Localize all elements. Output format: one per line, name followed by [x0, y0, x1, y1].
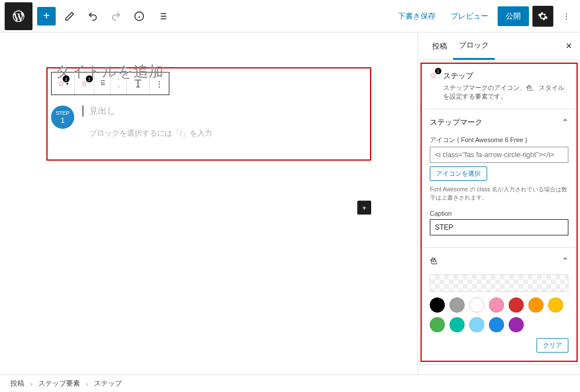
step-badge-label: STEP — [56, 110, 70, 116]
step-heading-placeholder[interactable]: 見出し — [82, 106, 367, 117]
step-badge-number: 1 — [60, 116, 64, 125]
sidebar-highlighted-region: ☆ ステップ ステップマークのアイコン、色、スタイルを設定する要素です。 ステッ… — [420, 63, 578, 362]
editor-topbar: + 下書き保存 プレビュー 公開 ⋮ — [0, 0, 580, 32]
preview-button[interactable]: プレビュー — [445, 8, 494, 25]
clear-color-button[interactable]: クリア — [536, 338, 568, 353]
publish-button[interactable]: 公開 — [498, 6, 529, 26]
editor-canvas: タイトルを追加 ☆▾ ☆ ⠿ ⌃⌄ ⋮ STEP 1 見出し ブロックを選択する… — [0, 32, 418, 375]
color-preview-transparent[interactable] — [430, 274, 568, 292]
color-swatch[interactable] — [509, 297, 524, 313]
undo-button[interactable] — [84, 7, 102, 26]
save-draft-button[interactable]: 下書き保存 — [392, 8, 441, 25]
drag-handle[interactable]: ⠿ — [95, 72, 111, 95]
block-name-label: ステップ — [443, 71, 568, 81]
icon-help-text: Font Awesome の class 名が入力されている場合は数字は上書きさ… — [430, 186, 568, 202]
select-icon-button[interactable]: アイコンを選択 — [430, 166, 487, 181]
color-swatch[interactable] — [489, 317, 504, 332]
edit-mode-button[interactable] — [60, 7, 79, 26]
block-description-text: ステップマークのアイコン、色、スタイルを設定する要素です。 — [443, 84, 568, 101]
settings-sidebar: 投稿 ブロック × ☆ ステップ ステップマークのアイコン、色、スタイルを設定す… — [418, 32, 580, 375]
color-swatch[interactable] — [509, 317, 524, 332]
panel-stepmark-header[interactable]: ステップマーク ⌃ — [422, 109, 577, 136]
move-updown[interactable]: ⌃⌄ — [111, 72, 127, 95]
info-button[interactable] — [130, 7, 148, 26]
block-description: ☆ ステップ ステップマークのアイコン、色、スタイルを設定する要素です。 — [422, 64, 577, 108]
redo-button[interactable] — [107, 7, 125, 26]
block-variant-button[interactable]: ☆ — [75, 72, 95, 95]
chevron-up-icon: ⌃ — [562, 118, 568, 126]
wp-logo[interactable] — [5, 2, 32, 30]
color-swatch[interactable] — [469, 297, 484, 313]
step-block[interactable]: STEP 1 見出し ブロックを選択するには「/」を入力 — [51, 101, 367, 156]
color-swatch[interactable] — [449, 317, 465, 332]
align-button[interactable] — [127, 72, 150, 95]
panel-color-header[interactable]: 色 ⌃ — [422, 248, 577, 274]
more-menu-button[interactable]: ⋮ — [557, 7, 575, 26]
settings-button[interactable] — [532, 6, 553, 27]
color-swatch-row — [430, 297, 568, 332]
panel-style-header[interactable]: スタイル ⌃ — [418, 365, 580, 375]
step-block-icon: ☆ — [430, 71, 437, 101]
add-block-button[interactable]: + — [37, 7, 56, 26]
tab-post[interactable]: 投稿 — [426, 32, 453, 60]
caption-field-label: Caption — [430, 210, 568, 217]
selected-block-outline: ☆▾ ☆ ⠿ ⌃⌄ ⋮ STEP 1 見出し ブロックを選択するには「/」を入力 — [46, 67, 371, 161]
step-badge: STEP 1 — [51, 106, 74, 129]
color-swatch[interactable] — [469, 317, 484, 332]
block-toolbar: ☆▾ ☆ ⠿ ⌃⌄ ⋮ — [51, 72, 169, 95]
caption-input[interactable] — [430, 219, 568, 235]
color-swatch[interactable] — [430, 317, 445, 332]
chevron-up-icon: ⌃ — [562, 256, 568, 265]
block-appender-button[interactable]: + — [357, 201, 371, 215]
color-swatch[interactable] — [430, 297, 445, 313]
block-more-button[interactable]: ⋮ — [150, 72, 169, 95]
icon-field-label: アイコン ( Font Awesome 6 Free ) — [430, 136, 568, 144]
icon-class-input[interactable] — [430, 147, 568, 163]
tab-block[interactable]: ブロック — [453, 32, 495, 60]
step-body-placeholder[interactable]: ブロックを選択するには「/」を入力 — [82, 128, 367, 139]
close-sidebar-button[interactable]: × — [566, 40, 572, 52]
outline-button[interactable] — [153, 7, 172, 26]
color-swatch[interactable] — [489, 297, 504, 313]
color-swatch[interactable] — [449, 297, 465, 313]
block-type-button[interactable]: ☆▾ — [52, 72, 75, 95]
color-swatch[interactable] — [528, 297, 543, 313]
color-swatch[interactable] — [548, 297, 563, 313]
